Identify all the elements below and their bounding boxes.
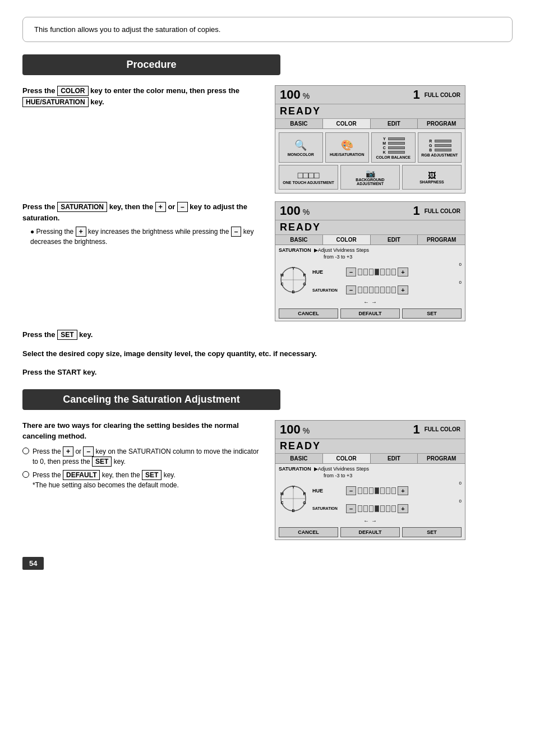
p2-tab-basic[interactable]: BASIC	[275, 235, 323, 245]
minus-key-c1[interactable]: –	[83, 446, 94, 457]
tab-color[interactable]: COLOR	[323, 119, 371, 128]
p3-sat-minus-btn[interactable]: –	[346, 504, 356, 513]
p3-cancel-btn[interactable]: CANCEL	[279, 527, 338, 537]
panel1-top-bar: 100 % 1 FULL COLOR	[275, 86, 465, 104]
ui-panel-3: 100 % 1 FULL COLOR READY BASIC COLOR EDI…	[275, 420, 465, 540]
panel2-bottom-buttons: CANCEL DEFAULT SET	[279, 308, 462, 319]
panel2-controls: 0 HUE –	[312, 262, 462, 298]
step5-block: Press the START key.	[22, 367, 513, 378]
plus-key-c1[interactable]: +	[63, 446, 73, 457]
saturation-key[interactable]: SATURATION	[57, 202, 107, 212]
panel1-percent: 100 %	[280, 87, 310, 102]
hue-saturation-icon: 🎨	[341, 139, 353, 151]
p3-hue-plus-btn[interactable]: +	[398, 486, 408, 495]
sat-indicator	[358, 287, 396, 293]
panel3-diagram-row: Y R G B C M 0	[279, 481, 462, 517]
ui-panel-2: 100 % 1 FULL COLOR READY BASIC COLOR EDI…	[275, 201, 465, 321]
p3-hue-row: HUE –	[312, 486, 462, 495]
sat-minus-btn[interactable]: –	[346, 285, 356, 294]
step3-block: Press the SET key.	[22, 329, 513, 340]
hue-saturation-icon-box[interactable]: 🎨 HUE/SATURATION	[325, 132, 370, 163]
p2-tab-program[interactable]: PROGRAM	[418, 235, 465, 245]
p3-sat-plus-btn[interactable]: +	[398, 504, 408, 513]
p3-set-btn[interactable]: SET	[402, 527, 462, 537]
p3-tab-edit[interactable]: EDIT	[371, 454, 418, 463]
panel2-ready: READY	[275, 220, 465, 235]
p2-tab-edit[interactable]: EDIT	[371, 235, 418, 245]
panel1-icon-row1: 🔍 MONOCOLOR 🎨 HUE/SATURATION Y	[279, 132, 462, 163]
panel3-bottom-buttons: CANCEL DEFAULT SET	[279, 527, 462, 537]
plus-key-small[interactable]: +	[76, 227, 86, 237]
cancel-header: Canceling the Saturation Adjustment	[22, 389, 280, 410]
hue-diagram-3: Y R G B C M	[279, 484, 308, 513]
svg-text:R: R	[303, 273, 306, 277]
cancel-method-2-text: Press the DEFAULT key, then the SET key.…	[33, 470, 179, 490]
panel2-sat-body: SATURATION ▶Adjust Vividness Steps from …	[275, 245, 465, 321]
background-adjustment-icon-box[interactable]: 📷 BACKGROUND ADJUSTMENT	[340, 165, 400, 190]
p3-tab-basic[interactable]: BASIC	[275, 454, 323, 463]
color-balance-icon-box[interactable]: Y M C K COLOR BALANCE	[371, 132, 416, 163]
saturation-row: SATURATION –	[312, 285, 462, 294]
tab-program[interactable]: PROGRAM	[418, 119, 465, 128]
hue-saturation-key[interactable]: HUE/SATURATION	[22, 97, 89, 107]
hue-plus-btn[interactable]: +	[398, 268, 408, 276]
minus-key[interactable]: –	[177, 202, 188, 212]
svg-text:M: M	[280, 492, 284, 496]
step1-panel: 100 % 1 FULL COLOR READY BASIC COLOR EDI…	[275, 85, 513, 193]
svg-text:M: M	[280, 273, 284, 277]
svg-text:C: C	[280, 282, 283, 286]
cancel-section: Canceling the Saturation Adjustment Ther…	[22, 389, 513, 540]
svg-text:R: R	[303, 492, 306, 496]
cancel-method-2: Press the DEFAULT key, then the SET key.…	[22, 470, 264, 490]
cancel-method-1: Press the + or – key on the SATURATION c…	[22, 446, 264, 467]
monocolor-icon-box[interactable]: 🔍 MONOCOLOR	[279, 132, 323, 163]
panel3-ready: READY	[275, 439, 465, 454]
radio-1[interactable]	[22, 448, 29, 454]
minus-key-small[interactable]: –	[231, 227, 242, 237]
ui-panel-1: 100 % 1 FULL COLOR READY BASIC COLOR EDI…	[275, 85, 465, 193]
tab-edit[interactable]: EDIT	[371, 119, 418, 128]
sharpness-icon-box[interactable]: 🖼 SHARPNESS	[402, 165, 462, 190]
hue-row: HUE –	[312, 268, 462, 276]
set-btn[interactable]: SET	[402, 308, 462, 319]
procedure-section: Procedure Press the COLOR key to enter t…	[22, 54, 513, 378]
default-key-c2[interactable]: DEFAULT	[63, 470, 100, 480]
color-key[interactable]: COLOR	[57, 86, 88, 96]
step2-panel: 100 % 1 FULL COLOR READY BASIC COLOR EDI…	[275, 201, 513, 321]
panel1-icon-row2: □□□□ ONE TOUCH ADJUSTMENT 📷 BACKGROUND A…	[279, 165, 462, 190]
hue-diagram: Y R G B C M	[279, 265, 308, 294]
cancel-btn[interactable]: CANCEL	[279, 308, 338, 319]
p3-tab-color[interactable]: COLOR	[323, 454, 371, 463]
cancel-left: There are two ways for clearing the sett…	[22, 420, 264, 540]
panel1-body: 🔍 MONOCOLOR 🎨 HUE/SATURATION Y	[275, 129, 465, 193]
hue-minus-btn[interactable]: –	[346, 268, 356, 276]
p3-hue-minus-btn[interactable]: –	[346, 486, 356, 495]
radio-2[interactable]	[22, 471, 29, 478]
sat-plus-btn[interactable]: +	[398, 285, 408, 294]
plus-key[interactable]: +	[155, 202, 166, 212]
set-key-c2[interactable]: SET	[142, 470, 162, 480]
set-key-step3[interactable]: SET	[57, 330, 77, 340]
tab-basic[interactable]: BASIC	[275, 119, 323, 128]
panel2-top-bar: 100 % 1 FULL COLOR	[275, 202, 465, 220]
p3-tab-program[interactable]: PROGRAM	[418, 454, 465, 463]
default-btn[interactable]: DEFAULT	[340, 308, 400, 319]
page-number: 54	[22, 557, 44, 570]
panel1-tabs: BASIC COLOR EDIT PROGRAM	[275, 119, 465, 129]
p3-default-btn[interactable]: DEFAULT	[340, 527, 400, 537]
hue-svg-3: Y R G B C M	[279, 484, 308, 513]
bullet-1: Pressing the + key increases the brightn…	[30, 227, 264, 247]
monocolor-icon: 🔍	[294, 139, 307, 151]
panel3-sat-body: SATURATION ▶Adjust Vividness Steps from …	[275, 464, 465, 540]
panel2-tabs: BASIC COLOR EDIT PROGRAM	[275, 235, 465, 245]
one-touch-icon-box[interactable]: □□□□ ONE TOUCH ADJUSTMENT	[279, 165, 338, 190]
color-balance-mini: Y M C K	[380, 136, 406, 155]
p2-tab-color[interactable]: COLOR	[323, 235, 371, 245]
procedure-header: Procedure	[22, 54, 280, 75]
sharpness-icon: 🖼	[428, 171, 436, 180]
rgb-adjustment-icon-box[interactable]: R G B RGB ADJUSTMENT	[418, 132, 462, 163]
svg-text:C: C	[280, 501, 283, 505]
step1-text: Press the COLOR key to enter the color m…	[22, 85, 264, 193]
step4-block: Select the desired copy size, image dens…	[22, 348, 513, 359]
set-key-c1[interactable]: SET	[92, 457, 112, 467]
